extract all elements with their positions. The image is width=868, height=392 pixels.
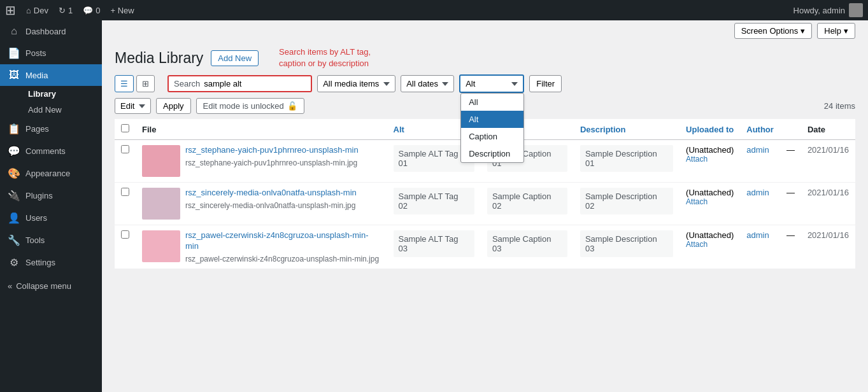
search-tooltip: Search items by ALT tag, caption or by d… — [279, 46, 371, 69]
desc-cell-2: Sample Description 03 — [574, 225, 679, 269]
date-cell-2: 2021/01/16 — [801, 225, 855, 269]
uploaded-cell-2: (Unattached) Attach — [679, 225, 740, 269]
select-all-checkbox[interactable] — [121, 124, 129, 132]
plugins-icon: 🔌 — [8, 190, 20, 202]
desc-cell-1: Sample Description 02 — [574, 183, 679, 225]
alt-cell-1: Sample ALT Tag 02 — [387, 183, 481, 225]
sidebar-item-dashboard[interactable]: ⌂ Dashboard — [0, 20, 102, 42]
list-view-icon: ☰ — [120, 79, 128, 88]
home-icon: ⌂ — [26, 6, 31, 15]
col-date: Date — [801, 119, 855, 140]
file-link-0[interactable]: rsz_stephane-yaich-puv1phrnreo-unsplash-… — [185, 145, 359, 156]
sidebar-item-tools[interactable]: 🔧 Tools — [0, 229, 102, 251]
sidebar-subitem-library[interactable]: Library — [23, 86, 102, 102]
dropdown-option-alt[interactable]: Alt — [461, 111, 523, 128]
dropdown-option-description[interactable]: Description — [461, 145, 523, 162]
sidebar-item-label: Media — [25, 71, 48, 80]
sidebar-item-label: Plugins — [25, 191, 53, 200]
filters-row: ☰ ⊞ Search All media items All dates All — [102, 69, 868, 98]
sidebar-item-settings[interactable]: ⚙ Settings — [0, 251, 102, 274]
sidebar-item-label: Appearance — [25, 169, 70, 178]
file-link-2[interactable]: rsz_pawel-czerwinski-z4n8cgruzoa-unsplas… — [185, 230, 381, 252]
sidebar-item-label: Users — [25, 213, 47, 223]
row-checkbox-0[interactable] — [121, 145, 129, 153]
list-view-button[interactable]: ☰ — [115, 75, 134, 92]
sep-cell-2: — — [780, 225, 801, 269]
user-avatar — [849, 3, 863, 17]
comments-link[interactable]: 💬 0 — [83, 6, 100, 15]
chevron-down-icon: ▾ — [800, 26, 805, 36]
row-checkbox-2[interactable] — [121, 230, 129, 239]
collapse-icon: « — [8, 281, 12, 291]
appearance-icon: 🎨 — [8, 167, 20, 179]
col-sep — [780, 119, 801, 140]
alt-cell-2: Sample ALT Tag 03 — [387, 225, 481, 269]
help-button[interactable]: Help ▾ — [817, 23, 855, 39]
search-input[interactable] — [204, 79, 306, 88]
attach-link-2[interactable]: Attach — [686, 240, 734, 249]
date-cell-0: 2021/01/16 — [801, 140, 855, 183]
author-cell-2: admin — [740, 225, 780, 269]
collapse-menu-button[interactable]: « Collapse menu — [0, 274, 102, 298]
file-link-1[interactable]: rsz_sincerely-media-onlva0natfa-unsplash… — [185, 188, 357, 199]
attach-link-1[interactable]: Attach — [686, 197, 734, 206]
table-row: rsz_pawel-czerwinski-z4n8cgruzoa-unsplas… — [115, 225, 855, 269]
page-title-area: Media Library Add New Search items by AL… — [102, 41, 868, 69]
sidebar-item-users[interactable]: 👤 Users — [0, 207, 102, 229]
edit-mode-button[interactable]: Edit mode is unlocked 🔓 — [196, 98, 304, 114]
date-filter[interactable]: All dates — [401, 75, 454, 92]
sidebar-item-plugins[interactable]: 🔌 Plugins — [0, 185, 102, 207]
author-link-0[interactable]: admin — [746, 145, 769, 155]
sidebar-item-posts[interactable]: 📄 Posts — [0, 42, 102, 64]
author-link-1[interactable]: admin — [746, 188, 769, 197]
posts-icon: 📄 — [8, 47, 20, 59]
new-content-link[interactable]: + New — [110, 6, 134, 15]
search-field-dropdown-menu: All Alt Caption Description — [460, 93, 524, 163]
caption-cell-2: Sample Caption 03 — [481, 225, 574, 269]
items-count: 24 items — [824, 101, 855, 111]
sidebar-item-label: Pages — [25, 124, 49, 134]
unlock-icon: 🔓 — [287, 101, 297, 111]
grid-view-icon: ⊞ — [142, 79, 149, 88]
sidebar-item-comments[interactable]: 💬 Comments — [0, 140, 102, 162]
sidebar-item-label: Comments — [25, 146, 66, 156]
author-cell-1: admin — [740, 183, 780, 225]
unattached-label: (Unattached) — [686, 145, 734, 155]
grid-view-button[interactable]: ⊞ — [136, 75, 155, 92]
sidebar-item-media[interactable]: 🖼 Media — [0, 64, 102, 86]
file-name-0: rsz_stephane-yaich-puv1phrnreo-unsplash-… — [185, 158, 359, 167]
desc-cell-0: Sample Description 01 — [574, 140, 679, 183]
bulk-action-select[interactable]: Edit — [115, 98, 151, 114]
sidebar-item-appearance[interactable]: 🎨 Appearance — [0, 162, 102, 185]
view-toggle: ☰ ⊞ — [115, 75, 155, 92]
author-link-2[interactable]: admin — [746, 230, 769, 240]
updates-link[interactable]: ↻ 1 — [59, 6, 73, 15]
attach-link-0[interactable]: Attach — [686, 155, 734, 164]
search-field-select[interactable]: All Alt Caption Description — [459, 74, 524, 93]
comments-icon: 💬 — [83, 6, 93, 15]
file-thumbnail-2 — [142, 230, 180, 262]
apply-button[interactable]: Apply — [156, 98, 191, 114]
search-field-dropdown-wrapper: All Alt Caption Description All Alt Capt… — [459, 74, 524, 93]
sep-cell-0: — — [780, 140, 801, 183]
col-uploaded: Uploaded to — [679, 119, 740, 140]
sidebar-item-label: Settings — [25, 258, 55, 267]
updates-icon: ↻ — [59, 6, 66, 15]
sidebar-item-label: Posts — [25, 48, 46, 58]
sidebar-subitem-add-new[interactable]: Add New — [23, 102, 102, 118]
dropdown-option-all[interactable]: All — [461, 94, 523, 111]
filter-button[interactable]: Filter — [529, 75, 562, 92]
user-info: Howdy, admin — [793, 3, 863, 17]
screen-options-bar: Screen Options ▾ Help ▾ — [102, 20, 868, 41]
comments-nav-icon: 💬 — [8, 145, 20, 157]
row-checkbox-1[interactable] — [121, 188, 129, 196]
site-name[interactable]: ⌂ Dev — [26, 6, 48, 15]
table-row: rsz_sincerely-media-onlva0natfa-unsplash… — [115, 183, 855, 225]
media-type-filter[interactable]: All media items — [317, 75, 395, 92]
users-icon: 👤 — [8, 212, 20, 224]
sidebar-item-pages[interactable]: 📋 Pages — [0, 118, 102, 140]
unattached-label: (Unattached) — [686, 188, 734, 197]
add-new-button[interactable]: Add New — [211, 50, 259, 66]
dropdown-option-caption[interactable]: Caption — [461, 128, 523, 145]
screen-options-button[interactable]: Screen Options ▾ — [734, 23, 813, 39]
